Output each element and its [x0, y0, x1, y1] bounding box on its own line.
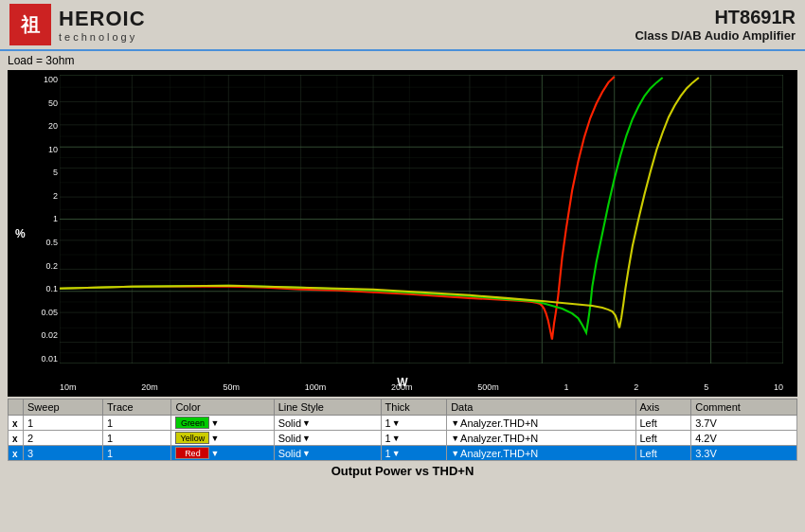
row2-color[interactable]: Yellow ▼: [171, 431, 274, 446]
x-tick: 200m: [391, 382, 413, 392]
row3-thick: 1 ▼: [381, 446, 447, 461]
y-tick: 5: [15, 168, 58, 177]
y-tick: 2: [15, 191, 58, 201]
row3-linestyle: Solid ▼: [274, 446, 381, 461]
y-tick: 0.05: [15, 308, 58, 317]
x-tick: 1: [564, 382, 569, 392]
color-dropdown-arrow[interactable]: ▼: [210, 418, 219, 428]
row3-data: ▼ Analyzer.THD+N: [447, 446, 635, 461]
row1-trace: 1: [103, 416, 171, 431]
row1-axis: Left: [635, 416, 691, 431]
y-tick: 50: [15, 98, 58, 108]
x-tick: 5: [704, 382, 708, 392]
x-tick: 20m: [141, 382, 158, 392]
y-tick: 10: [15, 145, 58, 154]
row2-thick-val: 1: [385, 433, 391, 444]
row3-comment: 3.3V: [691, 446, 797, 461]
thick-dropdown-arrow[interactable]: ▼: [392, 418, 401, 428]
y-tick: 1: [15, 214, 58, 223]
th-axis: Axis: [635, 399, 691, 416]
y-axis-ticks: 100 50 20 10 5 2 1 0.5 0.2 0.1 0.05 0.02…: [15, 75, 58, 364]
table-row[interactable]: x 2 1 Yellow ▼ Solid ▼ 1: [9, 431, 797, 446]
table-row[interactable]: x 1 1 Green ▼ Solid ▼ 1: [9, 416, 797, 431]
logo-char: 祖: [21, 12, 40, 38]
th-sweep: Sweep: [24, 399, 103, 416]
row2-linestyle-val: Solid: [278, 433, 301, 444]
row2-thick: 1 ▼: [381, 431, 447, 446]
row3-linestyle-val: Solid: [278, 448, 301, 459]
color-dropdown-arrow2[interactable]: ▼: [210, 434, 219, 443]
th-trace: Trace: [103, 399, 171, 416]
color-swatch-red: Red: [175, 447, 209, 459]
row3-data-arrow[interactable]: ▼: [451, 449, 459, 458]
color-swatch-yellow: Yellow: [175, 432, 209, 444]
y-tick: 20: [15, 121, 58, 131]
table-row-selected[interactable]: x 3 1 Red ▼ Solid ▼ 1: [9, 446, 797, 461]
row2-data: ▼ Analyzer.THD+N: [447, 431, 635, 446]
product-description: Class D/AB Audio Amplifier: [635, 28, 796, 43]
row1-linestyle-val: Solid: [278, 417, 301, 429]
linestyle-dropdown-arrow[interactable]: ▼: [302, 418, 311, 428]
company-logo: 祖: [9, 4, 51, 45]
row3-data-val: Analyzer.THD+N: [460, 448, 538, 459]
row3-color[interactable]: Red ▼: [171, 446, 274, 461]
row3-x: x: [9, 446, 24, 461]
th-data: Data: [447, 399, 635, 416]
row2-axis: Left: [635, 431, 691, 446]
y-tick: 0.2: [15, 261, 58, 271]
tagline-text: technology: [59, 31, 146, 43]
row2-comment: 4.2V: [691, 431, 797, 446]
product-model: HT8691R: [635, 7, 796, 28]
y-tick: 100: [15, 75, 58, 84]
th-linestyle: Line Style: [274, 399, 381, 416]
x-tick: 50m: [224, 382, 241, 392]
row1-data: ▼ Analyzer.THD+N: [447, 416, 635, 431]
row3-thick-val: 1: [385, 448, 391, 459]
color-dropdown-arrow3[interactable]: ▼: [210, 449, 219, 458]
th-checkbox: [9, 399, 24, 416]
th-color: Color: [171, 399, 274, 416]
chart-plot-area: [60, 75, 783, 364]
y-tick: 0.5: [15, 238, 58, 247]
th-comment: Comment: [691, 399, 797, 416]
x-tick: 10m: [60, 382, 77, 392]
chart-container: % W APx 100 50 20 10 5 2 1 0.5 0.2 0.1 0…: [8, 70, 797, 397]
row1-linestyle: Solid ▼: [274, 416, 381, 431]
y-tick: 0.1: [15, 284, 58, 293]
th-thick: Thick: [381, 399, 447, 416]
x-tick: 2: [634, 382, 638, 392]
x-axis-ticks: 10m 20m 50m 100m 200m 500m 1 2 5 10: [60, 382, 783, 392]
header: 祖 HEROIC technology HT8691R Class D/AB A…: [0, 0, 805, 51]
row1-color[interactable]: Green ▼: [171, 416, 274, 431]
row3-sweep: 3: [24, 446, 103, 461]
thick-dropdown-arrow3[interactable]: ▼: [392, 449, 401, 458]
x-tick: 10: [774, 382, 783, 392]
color-swatch-green: Green: [175, 417, 209, 429]
row1-sweep: 1: [24, 416, 103, 431]
y-tick: 0.01: [15, 354, 58, 364]
linestyle-dropdown-arrow3[interactable]: ▼: [302, 449, 311, 458]
row2-linestyle: Solid ▼: [274, 431, 381, 446]
company-text: HEROIC: [59, 7, 146, 31]
row1-thick-val: 1: [385, 417, 391, 429]
data-table-container: Sweep Trace Color Line Style Thick Data …: [8, 399, 797, 461]
row1-comment: 3.7V: [691, 416, 797, 431]
table-header-row: Sweep Trace Color Line Style Thick Data …: [9, 399, 797, 416]
load-label: Load = 3ohm: [0, 51, 805, 70]
x-tick: 500m: [477, 382, 499, 392]
row3-trace: 1: [103, 446, 171, 461]
company-name: HEROIC technology: [59, 7, 146, 43]
row2-x: x: [9, 431, 24, 446]
product-info: HT8691R Class D/AB Audio Amplifier: [635, 7, 796, 43]
row1-thick: 1 ▼: [381, 416, 447, 431]
row2-sweep: 2: [24, 431, 103, 446]
thick-dropdown-arrow2[interactable]: ▼: [392, 434, 401, 443]
row1-data-val: Analyzer.THD+N: [460, 417, 538, 429]
y-tick: 0.02: [15, 330, 58, 340]
row1-x: x: [9, 416, 24, 431]
row2-data-arrow[interactable]: ▼: [451, 434, 459, 443]
logo-area: 祖 HEROIC technology: [9, 4, 146, 45]
data-table: Sweep Trace Color Line Style Thick Data …: [8, 399, 797, 461]
linestyle-dropdown-arrow2[interactable]: ▼: [302, 434, 311, 443]
row1-data-arrow[interactable]: ▼: [451, 418, 459, 428]
